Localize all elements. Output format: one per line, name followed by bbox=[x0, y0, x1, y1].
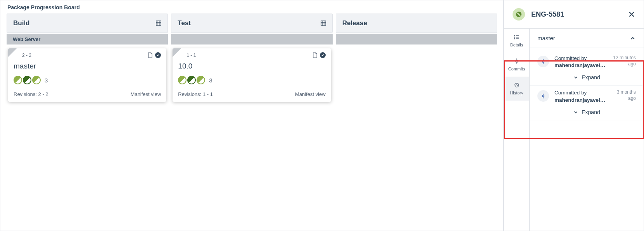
branch-name: master bbox=[537, 35, 555, 41]
card-range: 1 - 1 bbox=[178, 53, 196, 58]
status-circle-icon bbox=[178, 76, 186, 84]
nav-label: History bbox=[510, 91, 523, 95]
status-circles: 3 bbox=[178, 76, 325, 84]
svg-point-18 bbox=[514, 38, 515, 39]
detail-title: ENG-5581 bbox=[531, 10, 564, 19]
document-icon[interactable] bbox=[148, 52, 153, 58]
status-circles: 3 bbox=[14, 76, 161, 84]
revisions-label: Revisions: 2 - 2 bbox=[14, 91, 48, 97]
board-title: Package Progression Board bbox=[0, 0, 503, 14]
svg-point-16 bbox=[514, 35, 515, 36]
manifest-view-link[interactable]: Manifest view bbox=[131, 91, 161, 97]
column-release: Release bbox=[336, 14, 497, 102]
detail-header: ENG-5581 bbox=[504, 0, 644, 29]
column-header-build: Build bbox=[7, 14, 168, 33]
nav-details[interactable]: Details bbox=[504, 29, 529, 53]
commit-item[interactable]: Committed by mahendranjayavel… 3 monthsa… bbox=[530, 86, 644, 106]
history-icon bbox=[514, 82, 520, 88]
circles-count: 3 bbox=[209, 77, 212, 84]
expand-button[interactable]: Expand bbox=[530, 71, 644, 86]
expand-label: Expand bbox=[582, 109, 600, 115]
column-header-test: Test bbox=[171, 14, 332, 33]
chevron-down-icon bbox=[573, 75, 578, 80]
commit-item[interactable]: Committed by mahendranjayavel… 12 minute… bbox=[530, 51, 644, 71]
manifest-view-link[interactable]: Manifest view bbox=[295, 91, 326, 97]
swimlane-spacer bbox=[336, 34, 497, 44]
check-badge-icon bbox=[155, 52, 161, 58]
grid-icon[interactable] bbox=[321, 21, 326, 26]
status-circle-icon bbox=[23, 76, 31, 84]
commit-icon bbox=[537, 56, 549, 67]
svg-rect-0 bbox=[156, 21, 161, 26]
close-icon[interactable] bbox=[628, 11, 635, 18]
commit-by-label: Committed by bbox=[554, 55, 587, 61]
column-test: Test 1 - 1 10.0 bbox=[171, 14, 332, 102]
package-card[interactable]: 2 - 2 master 3 Revisions: 2 bbox=[8, 48, 166, 102]
card-title: master bbox=[14, 62, 161, 70]
swimlane-spacer bbox=[171, 34, 332, 44]
svg-point-24 bbox=[542, 61, 544, 62]
status-circle-icon bbox=[14, 76, 22, 84]
status-circle-icon bbox=[187, 76, 196, 84]
svg-line-23 bbox=[517, 85, 518, 86]
progression-board: Package Progression Board Build Web Serv… bbox=[0, 0, 504, 231]
branch-toggle[interactable]: master bbox=[530, 29, 644, 48]
check-badge-icon bbox=[320, 52, 326, 58]
commit-icon bbox=[514, 58, 520, 64]
swimlane-label: Web Server bbox=[7, 34, 168, 44]
nav-label: Commits bbox=[508, 67, 525, 71]
status-circle-icon bbox=[197, 76, 205, 84]
svg-point-27 bbox=[542, 95, 544, 97]
column-header-release: Release bbox=[336, 14, 497, 33]
nav-commits[interactable]: Commits bbox=[504, 53, 529, 77]
expand-label: Expand bbox=[582, 74, 600, 80]
svg-point-17 bbox=[514, 37, 515, 38]
detail-nav: Details Commits History bbox=[504, 29, 530, 231]
revisions-label: Revisions: 1 - 1 bbox=[178, 91, 213, 97]
status-circle-icon bbox=[32, 76, 41, 84]
circles-count: 3 bbox=[45, 77, 48, 84]
commit-by-label: Committed by bbox=[554, 90, 587, 96]
column-title: Build bbox=[13, 19, 30, 27]
expand-button[interactable]: Expand bbox=[530, 106, 644, 120]
column-title: Release bbox=[342, 19, 367, 27]
document-icon[interactable] bbox=[313, 52, 318, 58]
nav-history[interactable]: History bbox=[504, 77, 529, 101]
column-title: Test bbox=[178, 19, 191, 27]
detail-panel: ENG-5581 Details Commits History bbox=[504, 0, 644, 231]
card-range: 2 - 2 bbox=[14, 53, 31, 58]
package-badge-icon bbox=[513, 8, 525, 21]
commit-list: Committed by mahendranjayavel… 12 minute… bbox=[530, 48, 644, 123]
nav-label: Details bbox=[510, 43, 523, 47]
card-title: 10.0 bbox=[178, 62, 325, 70]
chevron-up-icon bbox=[630, 35, 636, 41]
grid-icon[interactable] bbox=[156, 21, 161, 26]
chevron-down-icon bbox=[573, 110, 578, 115]
column-build: Build Web Server 2 - 2 master bbox=[7, 14, 168, 102]
svg-rect-5 bbox=[321, 21, 326, 26]
commit-author: mahendranjayavel… bbox=[554, 97, 605, 103]
svg-point-19 bbox=[516, 60, 518, 62]
commit-time: 12 minutesago bbox=[613, 55, 636, 69]
commit-time: 3 monthsago bbox=[617, 89, 636, 103]
commit-icon bbox=[537, 90, 549, 102]
commit-author: mahendranjayavel… bbox=[554, 62, 605, 68]
package-card[interactable]: 1 - 1 10.0 3 Revisions: 1 - bbox=[173, 48, 331, 102]
detail-content: master Committed by mahendranjayavel… bbox=[530, 29, 644, 231]
list-icon bbox=[514, 34, 520, 40]
